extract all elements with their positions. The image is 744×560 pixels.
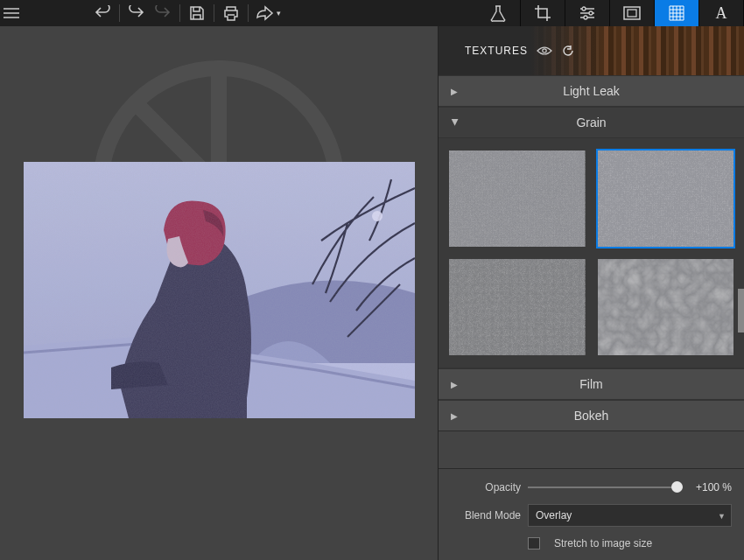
section-grain[interactable]: ▶ Grain [439,107,744,138]
section-label: Film [439,377,744,391]
section-label: Grain [439,116,744,130]
svg-point-1 [589,11,593,15]
reset-icon[interactable] [561,45,575,57]
svg-rect-15 [598,150,734,247]
section-film[interactable]: ▶ Film [439,368,744,400]
svg-rect-13 [449,150,586,247]
grain-thumb-4[interactable] [596,257,736,357]
tab-lab[interactable] [476,0,520,26]
grain-thumbnails [439,138,744,368]
blend-mode-select[interactable]: Overlay ▼ [528,504,732,527]
opacity-value: +100 % [690,481,732,494]
tab-bar: A [476,0,744,26]
svg-rect-10 [24,162,415,418]
redo-history-button[interactable] [123,0,150,26]
stretch-checkbox[interactable] [528,537,540,550]
share-button[interactable]: ▾ [252,0,284,26]
canvas-image[interactable] [24,162,415,418]
separator [119,4,120,22]
side-panel: TEXTURES ▶ Light Leak ▶ Grain [438,26,744,560]
tab-texture[interactable] [654,0,698,26]
stretch-label: Stretch to image size [554,537,652,550]
tab-adjust[interactable] [565,0,609,26]
svg-rect-4 [628,10,636,17]
grain-thumb-1[interactable] [447,149,587,248]
svg-point-0 [582,7,586,10]
chevron-down-icon: ▼ [718,512,726,521]
scrollbar-thumb[interactable] [738,289,744,332]
tab-crop[interactable] [520,0,565,26]
menu-button[interactable] [0,0,23,26]
top-toolbar: ▾ A [0,0,744,26]
separator [214,4,214,22]
visibility-toggle-icon[interactable] [537,46,552,56]
canvas-area[interactable] [0,26,438,560]
blend-mode-value: Overlay [536,509,572,522]
print-button[interactable] [218,0,244,26]
svg-rect-17 [449,259,586,355]
panel-header: TEXTURES [439,26,744,75]
svg-point-2 [584,16,587,19]
section-label: Light Leak [439,84,744,98]
opacity-label: Opacity [451,481,521,494]
save-button[interactable] [184,0,210,26]
redo-button [150,0,176,26]
opacity-slider[interactable] [528,481,683,494]
grain-thumb-2[interactable] [596,149,736,248]
svg-rect-3 [624,7,640,19]
tab-frame[interactable] [609,0,654,26]
svg-point-11 [543,49,546,52]
separator [248,4,249,22]
grain-thumb-3[interactable] [447,257,587,357]
tab-text[interactable]: A [698,0,744,26]
section-label: Bokeh [439,409,744,423]
svg-rect-19 [598,259,734,355]
section-bokeh[interactable]: ▶ Bokeh [439,400,744,431]
undo-button[interactable] [89,0,116,26]
blend-mode-label: Blend Mode [451,509,521,522]
section-light-leak[interactable]: ▶ Light Leak [439,75,744,107]
separator [179,4,180,22]
panel-title: TEXTURES [465,45,528,57]
texture-controls: Opacity +100 % Blend Mode Overlay ▼ Stre… [439,468,744,560]
